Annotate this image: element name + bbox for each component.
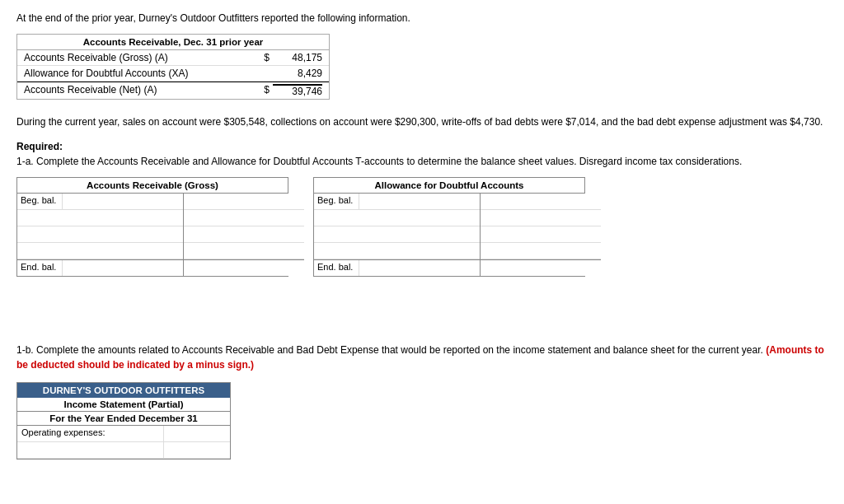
gross-t-account-body: Beg. bal. End. bal.: [17, 194, 288, 276]
allowance-row: Allowance for Doubtful Accounts (XA) 8,4…: [17, 66, 329, 82]
gross-beg-input[interactable]: [63, 194, 183, 209]
operating-expenses-row: Operating expenses:: [17, 426, 230, 442]
gross-right-end-input[interactable]: [184, 260, 304, 276]
gross-data-row-2: [17, 226, 183, 243]
allowance-right-data-row-2: [481, 226, 601, 243]
gross-receivable-dollar: $: [256, 52, 273, 63]
net-receivable-label: Accounts Receivable (Net) (A): [24, 84, 256, 97]
gross-t-account-title: Accounts Receivable (Gross): [17, 178, 288, 194]
allowance-beg-label: Beg. bal.: [314, 194, 359, 209]
gross-end-input[interactable]: [63, 260, 183, 276]
operating-expenses-label: Operating expenses:: [17, 426, 164, 441]
allowance-left-input-3[interactable]: [314, 243, 480, 259]
allowance-right-end-row: [481, 259, 601, 276]
income-company-name: DURNEY'S OUTDOOR OUTFITTERS: [17, 383, 230, 398]
t-accounts-container: Accounts Receivable (Gross) Beg. bal.: [16, 177, 828, 277]
allowance-right-beg-row: [481, 194, 601, 210]
allowance-right-input-3[interactable]: [481, 243, 601, 259]
allowance-end-row-left: End. bal.: [314, 259, 480, 276]
allowance-t-account-body: Beg. bal. End. bal.: [314, 194, 584, 276]
income-empty-row: [17, 442, 230, 459]
required-label: Required:: [16, 141, 828, 152]
allowance-amount: 8,429: [273, 68, 322, 79]
gross-beg-label: Beg. bal.: [17, 194, 63, 209]
gross-left-input-1[interactable]: [17, 210, 183, 226]
allowance-right-data-row-1: [481, 210, 601, 226]
income-table-period: For the Year Ended December 31: [17, 412, 230, 426]
allowance-t-account-left: Beg. bal. End. bal.: [314, 194, 481, 276]
prior-year-table-title: Accounts Receivable, Dec. 31 prior year: [17, 35, 329, 50]
operating-expenses-input[interactable]: [164, 426, 230, 441]
gross-right-data-row-2: [184, 226, 304, 243]
gross-right-input-2[interactable]: [184, 226, 304, 242]
income-statement-table: DURNEY'S OUTDOOR OUTFITTERS Income State…: [16, 382, 231, 460]
allowance-t-account-title: Allowance for Doubtful Accounts: [314, 178, 584, 194]
gross-right-data-row-1: [184, 210, 304, 226]
allowance-data-row-2: [314, 226, 480, 243]
allowance-right-input-2[interactable]: [481, 226, 601, 242]
intro-text: At the end of the prior year, Durney's O…: [16, 12, 828, 24]
income-empty-cell-1: [17, 442, 164, 458]
mid-paragraph: During the current year, sales on accoun…: [16, 114, 828, 129]
allowance-right-end-input[interactable]: [481, 260, 601, 276]
gross-t-account: Accounts Receivable (Gross) Beg. bal.: [16, 177, 288, 277]
allowance-beg-input[interactable]: [359, 194, 480, 209]
gross-end-label: End. bal.: [17, 260, 63, 276]
instruction-1a: 1-a. Complete the Accounts Receivable an…: [16, 156, 828, 167]
allowance-data-row-1: [314, 210, 480, 226]
net-receivable-row: Accounts Receivable (Net) (A) $ 39,746: [17, 82, 329, 99]
allowance-left-input-1[interactable]: [314, 210, 480, 226]
allowance-right-data-row-3: [481, 243, 601, 259]
gross-left-input-2[interactable]: [17, 226, 183, 242]
allowance-dollar: [256, 68, 273, 79]
gross-end-row-left: End. bal.: [17, 259, 183, 276]
allowance-t-account-right: [481, 194, 601, 276]
allowance-beg-row: Beg. bal.: [314, 194, 480, 210]
spacer: [16, 293, 828, 343]
allowance-end-input[interactable]: [359, 260, 480, 276]
gross-right-input-3[interactable]: [184, 243, 304, 259]
allowance-right-beg-input[interactable]: [481, 194, 601, 209]
gross-receivable-label: Accounts Receivable (Gross) (A): [24, 52, 256, 63]
gross-t-account-right: [184, 194, 304, 276]
gross-t-account-left: Beg. bal. End. bal.: [17, 194, 184, 276]
gross-right-data-row-3: [184, 243, 304, 259]
income-table-title: Income Statement (Partial): [17, 398, 230, 412]
gross-receivable-amount: 48,175: [273, 52, 322, 63]
gross-data-row-3: [17, 243, 183, 259]
instruction-1b: 1-b. Complete the amounts related to Acc…: [16, 343, 828, 372]
allowance-left-input-2[interactable]: [314, 226, 480, 242]
gross-right-beg-input[interactable]: [184, 194, 304, 209]
allowance-end-label: End. bal.: [314, 260, 359, 276]
allowance-data-row-3: [314, 243, 480, 259]
allowance-t-account: Allowance for Doubtful Accounts Beg. bal…: [313, 177, 585, 277]
gross-receivable-row: Accounts Receivable (Gross) (A) $ 48,175: [17, 50, 329, 66]
gross-right-input-1[interactable]: [184, 210, 304, 226]
gross-beg-row: Beg. bal.: [17, 194, 183, 210]
net-receivable-amount: 39,746: [273, 84, 322, 97]
allowance-label: Allowance for Doubtful Accounts (XA): [24, 68, 256, 79]
net-receivable-dollar: $: [256, 84, 273, 97]
gross-left-input-3[interactable]: [17, 243, 183, 259]
gross-data-row-1: [17, 210, 183, 226]
gross-right-beg-row: [184, 194, 304, 210]
prior-year-table: Accounts Receivable, Dec. 31 prior year …: [16, 34, 330, 100]
gross-right-end-row: [184, 259, 304, 276]
income-empty-cell-2: [164, 442, 230, 458]
allowance-right-input-1[interactable]: [481, 210, 601, 226]
